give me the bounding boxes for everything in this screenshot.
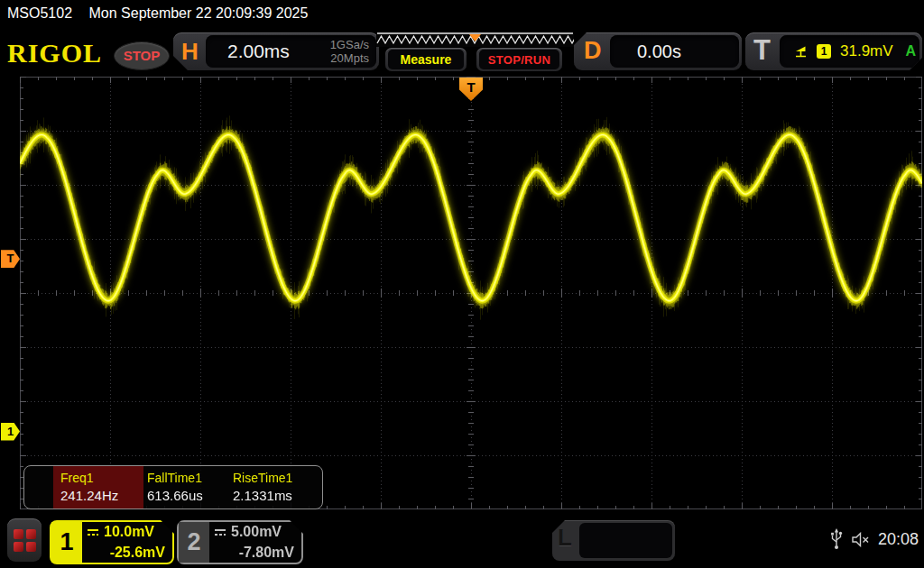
channel1-scale: 10.0mV [104, 524, 154, 540]
channel2-number: 2 [179, 522, 209, 563]
speaker-muted-icon [851, 532, 870, 547]
delay-pill: 0.00s [610, 35, 739, 68]
channel2-offset: -7.80mV [239, 545, 294, 561]
memory-depth: 20Mpts [330, 51, 369, 65]
model-name: MSO5102 [7, 5, 72, 21]
measure-button[interactable]: Measure [385, 48, 467, 71]
oscilloscope-screen: MSO5102 Mon September 22 20:09:39 2025 R… [0, 0, 924, 568]
clock: 20:08 [878, 530, 919, 549]
channel1-offset: -25.6mV [110, 545, 165, 561]
channel2-scale: 5.00mV [231, 524, 282, 540]
delay-label: D [584, 37, 602, 65]
channel1-number: 1 [51, 522, 82, 563]
digital-channels-block[interactable]: L 0 1 2 3 4 5 6 7 8 9 10 11 12 13 14 15 [552, 520, 675, 561]
delay-settings-block[interactable]: D 0.00s [574, 32, 742, 70]
waveform-overview-bar[interactable] [376, 32, 574, 47]
trigger-sweep-mode: A [906, 43, 917, 60]
measurement-item[interactable]: RiseTime1 2.1331ms [229, 466, 319, 508]
measurement-item[interactable]: FallTime1 613.66us [143, 466, 229, 508]
trigger-level-marker[interactable]: T [1, 250, 20, 268]
run-state-badge: STOP [114, 41, 170, 70]
channel2-block[interactable]: 2 5.00mV -7.80mV [177, 520, 303, 564]
trigger-label: T [753, 34, 771, 67]
rigol-logo: RIGOL [7, 38, 102, 69]
trigger-source-badge: 1 [817, 44, 831, 59]
dc-coupling-icon [86, 527, 100, 537]
trigger-pill: 1 31.9mV A [780, 35, 919, 68]
timebase-value: 2.00ms [227, 41, 290, 62]
system-datetime: Mon September 22 20:09:39 2025 [89, 5, 309, 21]
digital-channel-list: 0 1 2 3 4 5 6 7 8 9 10 11 12 13 14 15 [579, 523, 672, 558]
measurement-item[interactable]: Freq1 241.24Hz [53, 466, 143, 508]
trigger-settings-block[interactable]: T 1 31.9mV A [745, 32, 922, 70]
status-bar: MSO5102 Mon September 22 20:09:39 2025 [0, 0, 924, 27]
menu-button[interactable] [7, 518, 42, 562]
horizontal-pill: 2.00ms 1GSa/s 20Mpts [206, 35, 376, 68]
dc-coupling-icon [213, 527, 227, 537]
system-tray: 20:08 [830, 528, 919, 550]
menu-grid-icon [14, 529, 36, 552]
digital-label: L [558, 524, 572, 552]
channel1-block[interactable]: 1 10.0mV -25.6mV [50, 520, 174, 564]
sample-rate: 1GSa/s [330, 38, 369, 51]
falling-edge-trigger-icon [794, 44, 808, 59]
channel1-ground-marker[interactable]: 1 [1, 423, 20, 441]
trigger-level-value: 31.9mV [840, 42, 893, 60]
horizontal-settings-block[interactable]: H 2.00ms 1GSa/s 20Mpts [173, 32, 379, 70]
acquisition-info: 1GSa/s 20Mpts [330, 38, 369, 65]
waveform-display [20, 77, 922, 509]
stop-run-button[interactable]: STOP/RUN [476, 48, 562, 71]
horizontal-label: H [181, 38, 199, 66]
delay-value: 0.00s [637, 41, 681, 62]
overview-zigzag-icon [376, 32, 574, 47]
usb-icon [830, 528, 843, 550]
measurement-results-box[interactable]: Freq1 241.24Hz FallTime1 613.66us RiseTi… [23, 465, 323, 509]
